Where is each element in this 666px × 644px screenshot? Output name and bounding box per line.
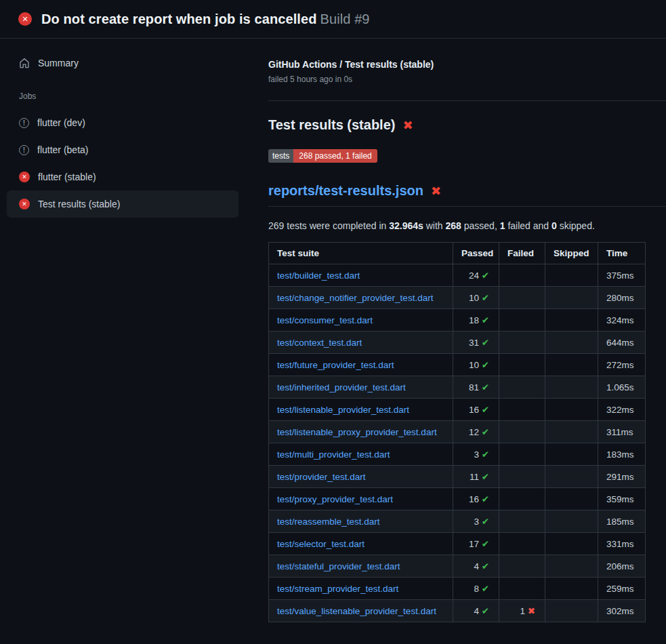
passed-cell: 10 ✔ [453,287,499,309]
failed-cell [499,578,545,600]
failed-cell [499,399,545,421]
time-cell: 324ms [598,309,646,331]
sidebar-item[interactable]: !flutter (beta) [7,136,238,163]
failed-cell [499,264,545,287]
col-header-time: Time [598,243,646,264]
skipped-cell [545,466,598,488]
header: ✕ Do not create report when job is cance… [0,0,666,39]
tests-badge: tests 268 passed, 1 failed [268,149,377,163]
sidebar-item-label: Summary [38,58,79,68]
time-cell: 183ms [598,443,646,466]
suite-cell: test/consumer_test.dart [269,309,453,331]
fail-x-icon: ✖ [431,184,441,199]
jobs-section-label: Jobs [7,77,238,109]
home-icon [19,58,30,68]
col-header-test-suite: Test suite [269,243,453,264]
check-icon: ✔ [482,584,489,594]
check-icon: ✔ [482,382,489,393]
passed-cell: 4 ✔ [453,600,499,622]
time-cell: 272ms [598,354,646,376]
status-line: failed 5 hours ago in 0s [268,75,666,84]
table-row: test/listenable_proxy_provider_test.dart… [269,421,646,443]
check-icon: ✔ [482,315,489,325]
summary-mid2: passed, [461,220,500,231]
test-suite-link[interactable]: test/listenable_proxy_provider_test.dart [277,427,437,437]
table-row: test/consumer_test.dart18 ✔324ms [269,309,646,331]
sidebar-item[interactable]: !flutter (dev) [7,109,238,136]
col-header-passed: Passed [453,243,499,264]
check-icon: ✔ [482,494,489,504]
summary-skipped-count: 0 [551,220,557,231]
time-cell: 302ms [598,600,646,622]
failed-cell [499,555,545,578]
report-title: reports/test-results.json ✖ [268,183,666,207]
passed-cell: 31 ✔ [453,331,499,354]
suite-cell: test/proxy_provider_test.dart [269,488,453,510]
passed-cell: 24 ✔ [453,264,499,287]
passed-cell: 10 ✔ [453,354,499,376]
check-icon: ✔ [482,539,489,549]
table-row: test/future_provider_test.dart10 ✔272ms [269,354,646,376]
failed-cell [499,287,545,309]
sidebar-item-label: flutter (stable) [38,172,96,182]
time-cell: 206ms [598,555,646,578]
suite-cell: test/multi_provider_test.dart [269,443,453,466]
passed-cell: 17 ✔ [453,533,499,555]
x-icon: ✖ [528,606,535,616]
summary-duration: 32.964s [389,220,423,231]
report-link[interactable]: reports/test-results.json [268,183,423,199]
time-cell: 185ms [598,510,646,533]
test-suite-link[interactable]: test/proxy_provider_test.dart [277,494,393,504]
table-row: test/builder_test.dart24 ✔375ms [269,264,646,287]
sidebar-item[interactable]: ✕Test results (stable) [7,190,238,218]
skipped-cell [545,287,598,309]
table-row: test/listenable_provider_test.dart16 ✔32… [269,399,646,421]
test-suite-link[interactable]: test/selector_test.dart [277,539,365,549]
test-suite-link[interactable]: test/provider_test.dart [277,472,366,482]
sidebar-item[interactable]: ✕flutter (stable) [7,163,238,190]
badge-label: tests [268,149,293,163]
test-suite-link[interactable]: test/context_test.dart [277,338,362,348]
table-row: test/multi_provider_test.dart3 ✔183ms [269,443,646,466]
test-suite-link[interactable]: test/value_listenable_provider_test.dart [277,606,436,616]
failed-cell [499,309,545,331]
skipped-cell [545,399,598,421]
test-suite-link[interactable]: test/reassemble_test.dart [277,517,380,527]
check-icon: ✔ [482,360,489,370]
suite-cell: test/stream_provider_test.dart [269,578,453,600]
neutral-status-icon: ! [19,145,29,155]
table-row: test/reassemble_test.dart3 ✔185ms [269,510,646,533]
check-icon: ✔ [482,517,489,527]
passed-cell: 8 ✔ [453,578,499,600]
col-header-failed: Failed [499,243,545,264]
test-suite-link[interactable]: test/inherited_provider_test.dart [277,382,406,393]
test-suite-link[interactable]: test/future_provider_test.dart [277,360,394,370]
passed-cell: 12 ✔ [453,421,499,443]
sidebar-item-summary[interactable]: Summary [7,49,238,77]
time-cell: 375ms [598,264,646,287]
test-suite-link[interactable]: test/stateful_provider_test.dart [277,561,400,571]
skipped-cell [545,331,598,354]
table-row: test/provider_test.dart11 ✔291ms [269,466,646,488]
table-row: test/value_listenable_provider_test.dart… [269,600,646,622]
test-suite-link[interactable]: test/change_notifier_provider_test.dart [277,293,433,303]
suite-cell: test/reassemble_test.dart [269,510,453,533]
test-suite-link[interactable]: test/stream_provider_test.dart [277,584,398,594]
failed-cell [499,466,545,488]
check-icon: ✔ [482,606,489,616]
time-cell: 322ms [598,399,646,421]
table-row: test/context_test.dart31 ✔644ms [269,331,646,354]
test-suite-link[interactable]: test/multi_provider_test.dart [277,449,390,460]
suite-cell: test/builder_test.dart [269,264,453,287]
time-cell: 359ms [598,488,646,510]
summary-mid3: failed and [505,220,552,231]
skipped-cell [545,376,598,399]
test-suite-link[interactable]: test/consumer_test.dart [277,315,373,325]
skipped-cell [545,600,598,622]
test-suite-link[interactable]: test/builder_test.dart [277,270,360,281]
col-header-skipped: Skipped [545,243,598,264]
suite-cell: test/context_test.dart [269,331,453,354]
jobs-list: !flutter (dev)!flutter (beta)✕flutter (s… [7,109,238,218]
check-icon: ✔ [482,449,489,460]
test-suite-link[interactable]: test/listenable_provider_test.dart [277,405,409,415]
